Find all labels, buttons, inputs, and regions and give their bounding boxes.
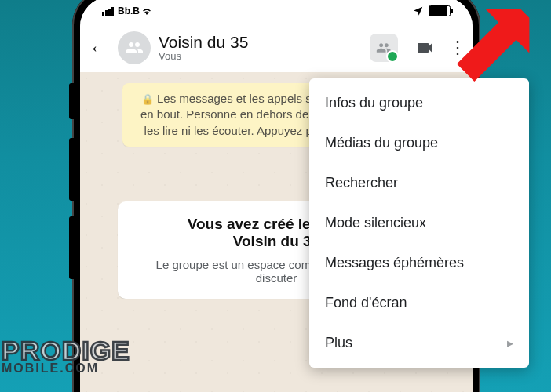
menu-item-more[interactable]: Plus▸ xyxy=(309,323,529,363)
menu-label: Mode silencieux xyxy=(325,215,426,231)
menu-label: Fond d'écran xyxy=(325,295,407,311)
active-dot-icon xyxy=(386,50,399,63)
phone-volume-down xyxy=(69,216,74,279)
annotation-arrow xyxy=(424,5,534,118)
menu-item-mute[interactable]: Mode silencieux xyxy=(309,203,529,243)
watermark-line1: PRODIGE xyxy=(2,337,130,364)
header-title-box[interactable]: Voisin du 35 Vous xyxy=(159,33,359,62)
menu-item-search[interactable]: Rechercher xyxy=(309,163,529,203)
signal-icon xyxy=(102,7,114,16)
menu-label: Infos du groupe xyxy=(325,95,423,111)
menu-label: Rechercher xyxy=(325,175,398,191)
group-avatar[interactable] xyxy=(118,31,151,64)
chevron-right-icon: ▸ xyxy=(507,336,513,350)
carrier-label: Bb.B xyxy=(118,5,140,16)
chat-header: ← Voisin du 35 Vous ⋮ xyxy=(80,25,473,72)
menu-item-group-media[interactable]: Médias du groupe xyxy=(309,123,529,163)
phone-side-button xyxy=(69,83,74,119)
options-menu: Infos du groupe Médias du groupe Recherc… xyxy=(309,78,529,368)
watermark: PRODIGE MOBILE.COM xyxy=(2,337,130,375)
phone-volume-up xyxy=(69,138,74,201)
svg-marker-0 xyxy=(457,9,529,82)
page-background: Bb.B ← Voisin du 35 Vous xyxy=(0,0,551,392)
status-bar: Bb.B xyxy=(80,0,473,25)
menu-item-wallpaper[interactable]: Fond d'écran xyxy=(309,283,529,323)
back-button[interactable]: ← xyxy=(88,36,110,60)
location-icon xyxy=(413,5,424,16)
menu-item-disappearing[interactable]: Messages éphémères xyxy=(309,243,529,283)
menu-label: Messages éphémères xyxy=(325,255,464,271)
group-name: Voisin du 35 xyxy=(159,33,359,51)
group-subtitle: Vous xyxy=(159,51,359,62)
lock-icon: 🔒 xyxy=(141,93,154,105)
wifi-icon xyxy=(141,5,152,16)
community-button[interactable] xyxy=(367,31,400,64)
menu-label: Plus xyxy=(325,335,352,351)
menu-label: Médias du groupe xyxy=(325,135,438,151)
